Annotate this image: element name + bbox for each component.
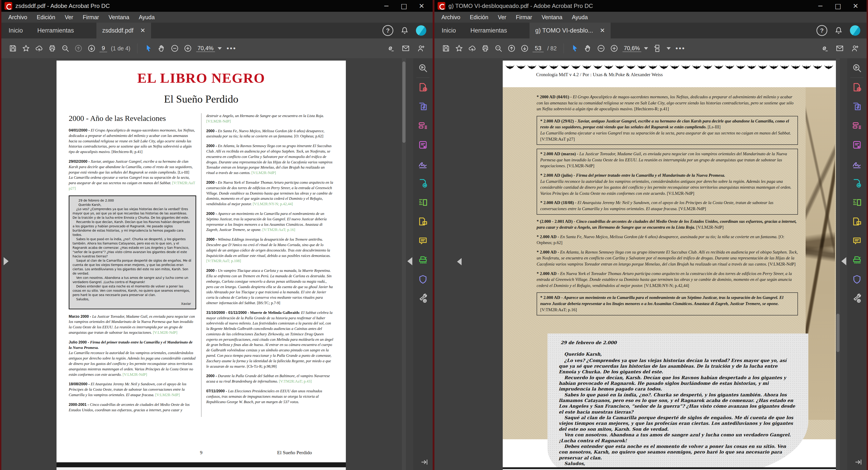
star-icon[interactable]	[453, 42, 466, 55]
page-up-icon[interactable]	[72, 42, 85, 55]
tab-herramientas[interactable]: Herramientas	[463, 23, 514, 38]
send-signature-tool-icon[interactable]	[418, 217, 428, 227]
scan-ocr-tool-icon[interactable]	[418, 255, 428, 265]
organize-pages-tool-icon[interactable]	[852, 120, 862, 131]
maximize-button[interactable]: □	[396, 1, 412, 11]
collapse-tools-pane-icon[interactable]	[841, 257, 846, 265]
collapse-tools-pane-icon[interactable]	[407, 257, 412, 265]
menu-item[interactable]: Ver	[493, 14, 511, 21]
scan-ocr-tool-icon[interactable]	[852, 255, 862, 265]
create-pdf-tool-icon[interactable]	[418, 82, 428, 92]
page-up-icon[interactable]	[505, 42, 518, 55]
more-tools-rail-icon[interactable]	[418, 293, 428, 304]
page-down-icon[interactable]	[85, 42, 98, 55]
menu-item[interactable]: Ayuda	[134, 14, 159, 21]
expand-pane-icon[interactable]	[855, 458, 862, 467]
certificates-tool-icon[interactable]	[418, 139, 428, 150]
help-icon[interactable]: ?	[382, 25, 393, 36]
share-cloud-icon[interactable]	[466, 42, 479, 55]
minimize-button[interactable]: ─	[378, 1, 394, 11]
minimize-button[interactable]: ─	[812, 1, 828, 11]
document-tab[interactable]: zsdsddf.pdf ✕	[96, 23, 151, 38]
vertical-scrollbar[interactable]	[402, 58, 406, 470]
comment-tool-icon[interactable]	[852, 236, 862, 246]
certificates-tool-icon[interactable]	[852, 139, 862, 150]
scroll-mode-caret-icon[interactable]	[666, 47, 671, 50]
zoom-caret-icon[interactable]	[644, 47, 648, 50]
page-number-input[interactable]: 53	[532, 45, 544, 52]
protect-tool-icon[interactable]	[852, 274, 862, 284]
send-signature-tool-icon[interactable]	[852, 217, 862, 227]
close-button[interactable]: ✕	[414, 1, 430, 11]
add-user-icon[interactable]	[414, 42, 428, 55]
document-tab[interactable]: g) TOMO VI-desblo... ✕	[529, 23, 611, 38]
vertical-scrollbar[interactable]	[836, 58, 840, 470]
export-pdf-tool-icon[interactable]	[852, 101, 862, 112]
email-icon[interactable]	[399, 42, 412, 55]
create-pdf-tool-icon[interactable]	[852, 82, 862, 92]
more-tools-rail-icon[interactable]	[852, 293, 862, 304]
comment-tool-icon[interactable]	[418, 236, 428, 246]
tab-herramientas[interactable]: Herramientas	[30, 23, 81, 38]
help-icon[interactable]: ?	[816, 25, 827, 36]
menu-item[interactable]: Archivo	[4, 14, 32, 21]
convert-pdf-tool-icon[interactable]	[418, 178, 428, 188]
show-nav-pane-icon[interactable]	[4, 257, 8, 265]
zoom-level[interactable]: 70,4%	[196, 45, 215, 52]
print-icon[interactable]	[479, 42, 492, 55]
save-icon[interactable]	[439, 42, 453, 55]
select-tool-icon[interactable]	[142, 42, 155, 55]
bell-icon[interactable]	[834, 26, 843, 35]
tab-inicio[interactable]: Inicio	[434, 23, 463, 38]
more-tools-icon[interactable]: •••	[676, 44, 686, 52]
export-pdf-tool-icon[interactable]	[418, 101, 428, 112]
email-icon[interactable]	[833, 42, 846, 55]
zoom-level[interactable]: 70,6%	[622, 45, 641, 52]
star-icon[interactable]	[20, 42, 33, 55]
share-link-icon[interactable]	[818, 42, 831, 55]
search-preview-tool-icon[interactable]	[852, 63, 862, 73]
menu-item[interactable]: Ventana	[104, 14, 134, 21]
zoom-in-icon[interactable]	[608, 42, 621, 55]
close-button[interactable]: ✕	[848, 1, 864, 11]
menu-item[interactable]: Ver	[60, 14, 78, 21]
menu-item[interactable]: Firmar	[511, 14, 537, 21]
bell-icon[interactable]	[400, 26, 409, 35]
edit-pdf-tool-icon[interactable]	[418, 197, 428, 208]
protect-tool-icon[interactable]	[418, 274, 428, 284]
menu-item[interactable]: Edición	[32, 14, 60, 21]
menu-item[interactable]: Firmar	[78, 14, 104, 21]
tab-inicio[interactable]: Inicio	[1, 23, 30, 38]
share-link-icon[interactable]	[384, 42, 397, 55]
edit-pdf-tool-icon[interactable]	[852, 197, 862, 208]
save-icon[interactable]	[6, 42, 20, 55]
hand-tool-icon[interactable]	[581, 42, 594, 55]
zoom-caret-icon[interactable]	[218, 47, 222, 50]
search-preview-tool-icon[interactable]	[418, 63, 428, 73]
more-tools-icon[interactable]: •••	[227, 44, 237, 52]
search-icon[interactable]	[492, 42, 505, 55]
scrollbar-thumb[interactable]	[402, 61, 405, 143]
page-down-icon[interactable]	[518, 42, 531, 55]
scroll-mode-icon[interactable]	[651, 42, 664, 55]
expand-pane-icon[interactable]	[421, 458, 428, 467]
search-icon[interactable]	[59, 42, 72, 55]
print-icon[interactable]	[46, 42, 59, 55]
fill-sign-tool-icon[interactable]	[418, 159, 428, 169]
zoom-out-icon[interactable]	[594, 42, 608, 55]
select-tool-icon[interactable]	[568, 42, 581, 55]
menu-item[interactable]: Ventana	[537, 14, 567, 21]
menu-item[interactable]: Edición	[465, 14, 493, 21]
menu-item[interactable]: Archivo	[437, 14, 465, 21]
page-number-input[interactable]: 9	[99, 45, 107, 52]
organize-pages-tool-icon[interactable]	[418, 120, 428, 131]
menu-item[interactable]: Ayuda	[567, 14, 592, 21]
fill-sign-tool-icon[interactable]	[852, 159, 862, 169]
tab-close-icon[interactable]: ✕	[140, 27, 145, 34]
hand-tool-icon[interactable]	[155, 42, 168, 55]
share-cloud-icon[interactable]	[33, 42, 46, 55]
tab-close-icon[interactable]: ✕	[600, 27, 605, 34]
convert-pdf-tool-icon[interactable]	[852, 178, 862, 188]
avatar[interactable]	[850, 25, 860, 36]
add-user-icon[interactable]	[848, 42, 862, 55]
